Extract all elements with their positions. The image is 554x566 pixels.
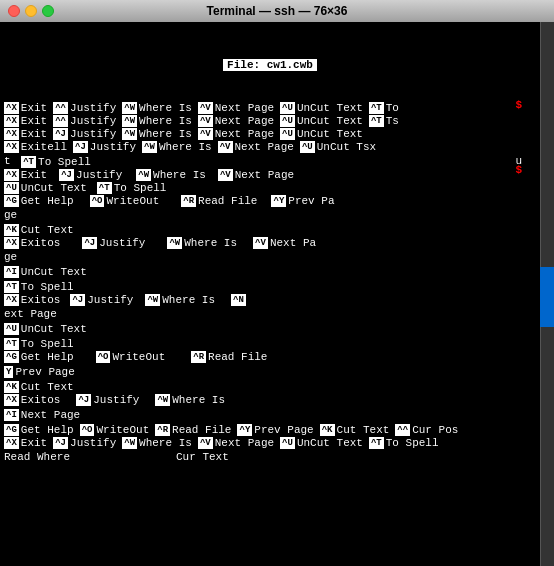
- item-writeout-2: ^OWriteOut: [96, 351, 166, 363]
- menu-row-exitos-1: ^XExitos ^JJustify ^WWhere Is ^VNext Pa: [4, 237, 536, 249]
- minimize-button[interactable]: [25, 5, 37, 17]
- scrollbar-thumb[interactable]: [540, 267, 554, 327]
- item-exitos-2: ^XExitos: [4, 294, 60, 306]
- window-buttons: [8, 5, 54, 17]
- menu-row-gethelp-2: ^GGet Help ^OWriteOut ^RRead File: [4, 351, 536, 363]
- menu-row-bottom-2: ^XExit ^JJustify ^WWhere Is ^VNext Page …: [4, 437, 536, 449]
- item-uncut-1: ^UUnCut Text: [280, 102, 363, 114]
- item-where-6: ^WWhere Is: [167, 237, 237, 249]
- line-ge2: ge: [4, 250, 536, 264]
- line-extpage: ext Page: [4, 307, 536, 321]
- title-bar: Terminal — ssh — 76×36: [0, 0, 554, 22]
- title-text: Terminal — ssh — 76×36: [207, 4, 348, 18]
- item-readfile-1: ^RRead File: [181, 195, 257, 207]
- item-writeout-1: ^OWriteOut: [90, 195, 160, 207]
- terminal-area: File: cw1.cwb $ $ ^XExit ^^Justify ^WWhe…: [0, 22, 554, 566]
- item-justify-5: ^JJustify: [59, 169, 122, 181]
- item-justify-6: ^JJustify: [82, 237, 145, 249]
- dollar-top: $: [515, 99, 522, 111]
- close-button[interactable]: [8, 5, 20, 17]
- item-exit-1: ^XExit: [4, 102, 47, 114]
- line-tospell-2: ^TTo Spell: [4, 279, 536, 294]
- item-gethelp-1: ^GGet Help: [4, 195, 74, 207]
- item-where-8: ^WWhere Is: [155, 394, 225, 406]
- line-uncut-3: ^UUnCut Text: [4, 321, 536, 336]
- item-ts-2: ^TTs: [369, 115, 399, 127]
- item-next-1: ^VNext Page: [198, 102, 274, 114]
- line-cuttext: ^KCut Text: [4, 222, 536, 237]
- item-justify-7: ^JJustify: [70, 294, 133, 306]
- line-cuttext-2: ^KCut Text: [4, 379, 536, 394]
- item-exitos-3: ^XExitos: [4, 394, 60, 406]
- item-exitos-1: ^XExitos: [4, 237, 60, 249]
- item-justify-1: ^^Justify: [53, 102, 116, 114]
- menu-row-4: ^XExitell ^JJustify ^WWhere Is ^VNext Pa…: [4, 141, 536, 153]
- item-gethelp-2: ^GGet Help: [4, 351, 74, 363]
- line-uncut-2: ^IUnCut Text: [4, 264, 536, 279]
- line-ge: ge: [4, 208, 536, 222]
- item-read-where: Read Where: [4, 451, 70, 463]
- item-justify-8: ^JJustify: [76, 394, 139, 406]
- item-next-5: ^VNext Page: [218, 169, 294, 181]
- menu-row-exitos-2: ^XExitos ^JJustify ^WWhere Is ^N: [4, 294, 536, 306]
- menu-row-1: ^XExit ^^Justify ^WWhere Is ^VNext Page …: [4, 102, 536, 114]
- item-where-5: ^WWhere Is: [136, 169, 206, 181]
- item-where-4: ^WWhere Is: [142, 141, 212, 153]
- menu-row-exitos-3: ^XExitos ^JJustify ^WWhere Is: [4, 394, 536, 406]
- item-prevpage-1: ^YPrev Pa: [271, 195, 334, 207]
- item-next-4: ^VNext Page: [218, 141, 294, 153]
- item-exit-3: ^XExit: [4, 128, 47, 140]
- menu-row-uncut-spell: ^UUnCut Text ^TTo Spell: [4, 182, 536, 194]
- content-area: File: cw1.cwb $ $ ^XExit ^^Justify ^WWhe…: [0, 54, 540, 566]
- menu-row-5: ^XExit ^JJustify ^WWhere Is ^VNext Page: [4, 169, 536, 181]
- item-justify-4: ^JJustify: [73, 141, 136, 153]
- menu-row-bottom-1: ^GGet Help ^OWriteOut ^RRead File ^YPrev…: [4, 424, 536, 436]
- maximize-button[interactable]: [42, 5, 54, 17]
- menu-row-3: ^XExit ^JJustify ^WWhere Is ^VNext Page …: [4, 128, 536, 140]
- menu-row-readwhere: Read Where Cur Text: [4, 451, 536, 463]
- file-header: File: cw1.cwb: [4, 58, 536, 72]
- item-exit-2: ^XExit: [4, 115, 47, 127]
- item-next-3: ^VNext Page: [198, 128, 274, 140]
- item-n: ^N: [231, 294, 247, 306]
- line-tospell-1: t ^TTo Spell u: [4, 154, 536, 169]
- item-where-3: ^WWhere Is: [122, 128, 192, 140]
- item-uncutsx: ^UUnCut Tsx: [300, 141, 376, 153]
- menu-row-2: ^XExit ^^Justify ^WWhere Is ^VNext Page …: [4, 115, 536, 127]
- item-nextpa-1: ^VNext Pa: [253, 237, 316, 249]
- item-where-7: ^WWhere Is: [145, 294, 215, 306]
- scrollbar[interactable]: [540, 22, 554, 566]
- item-next-2: ^VNext Page: [198, 115, 274, 127]
- item-uncut-3: ^UUnCut Text: [280, 128, 363, 140]
- item-where-1: ^WWhere Is: [122, 102, 192, 114]
- item-cur-text: Cur Text: [176, 451, 229, 463]
- menu-row-gethelp-1: ^GGet Help ^OWriteOut ^RRead File ^YPrev…: [4, 195, 536, 207]
- item-exit-5: ^XExit: [4, 169, 47, 181]
- item-where-2: ^WWhere Is: [122, 115, 192, 127]
- item-justify-3: ^JJustify: [53, 128, 116, 140]
- item-uncut-2: ^UUnCut Text: [280, 115, 363, 127]
- line-prevpage: YPrev Page: [4, 364, 536, 379]
- item-readfile-2: ^RRead File: [191, 351, 267, 363]
- item-tospell-s: ^TTo Spell: [97, 182, 167, 194]
- item-justify-2: ^^Justify: [53, 115, 116, 127]
- item-uncut-s: ^UUnCut Text: [4, 182, 87, 194]
- line-nextpage-2: ^INext Page: [4, 407, 536, 422]
- item-exitell: ^XExitell: [4, 141, 67, 153]
- line-tospell-3: ^TTo Spell: [4, 336, 536, 351]
- item-to-1: ^TTo: [369, 102, 399, 114]
